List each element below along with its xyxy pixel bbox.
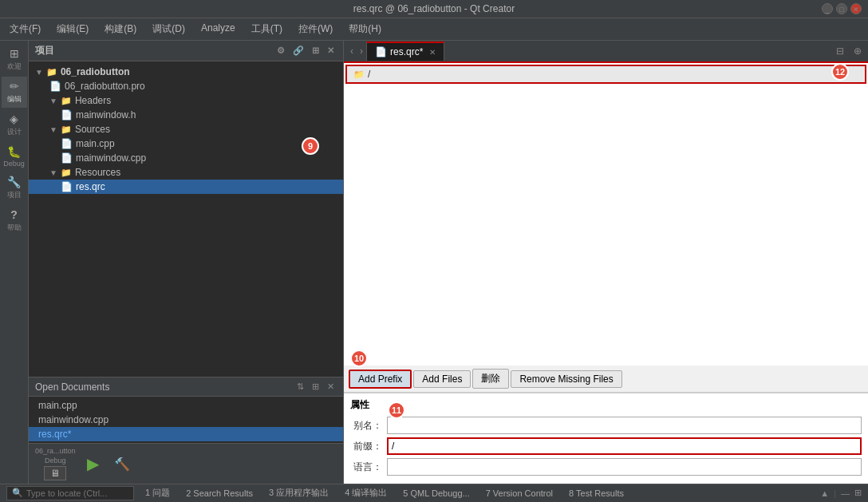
tree-item-headers[interactable]: ▼ 📁 Headers [29,93,343,108]
menu-help[interactable]: 帮助(H) [345,21,385,38]
status-tab-version[interactable]: 7 Version Control [481,487,558,500]
tree-pro-label: 06_radiobutton.pro [65,81,145,92]
status-tab-qml[interactable]: 5 QML Debugg... [398,487,474,500]
close-button[interactable]: ✕ [850,3,862,14]
monitor-icon: 🖥 [50,468,60,479]
sidebar-design-label: 设计 [7,127,22,137]
menu-file[interactable]: 文件(F) [6,21,44,38]
headers-folder-icon: 📁 [61,96,72,106]
alias-input[interactable] [387,417,862,434]
open-doc-mainwindow-cpp[interactable]: mainwindow.cpp [29,413,343,427]
tree-headers-label: Headers [75,95,111,106]
sidebar-item-debug[interactable]: 🐛 Debug [2,142,27,171]
sidebar-item-welcome[interactable]: ⊞ 欢迎 [2,44,27,75]
menu-edit[interactable]: 编辑(E) [53,21,92,38]
bug-icon: 🐛 [8,145,21,158]
run-button[interactable]: ▶ [82,453,105,475]
menu-debug[interactable]: 调试(D) [149,21,188,38]
breadcrumb-bar: 📁 / 12 [345,65,866,84]
tree-item-mainwindow-cpp[interactable]: 📄 mainwindow.cpp [29,151,343,165]
annotation-12: 12 [831,63,849,81]
sources-folder-icon: 📁 [61,125,72,135]
properties-title: 属性 [350,398,862,412]
build-button[interactable]: 🔨 [111,453,133,475]
add-prefix-button[interactable]: Add Prefix [349,370,412,389]
open-docs-list: main.cpp mainwindow.cpp res.qrc* [29,397,343,443]
maximize-button[interactable]: □ [836,3,847,14]
tab-actions: ⊟ ⊕ [833,44,865,58]
resource-tree-area [345,85,866,364]
tab-close-btn[interactable]: ✕ [429,48,436,57]
tab-back-btn[interactable]: ‹ [347,44,357,58]
tree-item-mainwindow-h[interactable]: 📄 mainwindow.h [29,108,343,122]
status-tab-test[interactable]: 8 Test Results [564,487,629,500]
alias-row: 别名： [350,417,862,434]
grid-icon: ⊞ [8,47,21,60]
tab-bar: ‹ › 📄 res.qrc* ✕ ⊟ ⊕ [344,41,868,63]
search-icon: 🔍 [12,488,23,498]
sidebar-item-help[interactable]: ? 帮助 [2,205,27,236]
status-right: ▲ | — ⊞ [820,488,862,498]
tree-item-main-cpp[interactable]: 📄 main.cpp [29,136,343,151]
sidebar-item-edit[interactable]: ✏ 编辑 [2,77,27,108]
menu-tools[interactable]: 工具(T) [248,21,286,38]
title-bar: res.qrc @ 06_radiobutton - Qt Creator _ … [0,0,868,18]
open-docs-panel: Open Documents ⇅ ⊞ ✕ main.cpp mainwindow… [29,377,343,443]
status-minus[interactable]: — [841,488,850,498]
prefix-row: 前缀： [350,437,862,455]
remove-missing-files-button[interactable]: Remove Missing Files [511,370,621,388]
status-tab-app-output[interactable]: 3 应用程序输出 [264,485,333,500]
menu-controls[interactable]: 控件(W) [295,21,336,38]
panel-link-btn[interactable]: 🔗 [290,45,306,57]
header-file-icon: 📄 [61,109,73,121]
sidebar-project-label: 项目 [7,190,22,200]
search-bar: 🔍 [6,486,134,500]
bottom-left-panel: 06_ra...utton Debug 🖥 ▶ 🔨 [29,443,343,484]
resource-content: 📁 / 12 10 Add Prefix Add Files 删除 Remove… [344,63,868,484]
file-tree: 9 ▼ 📁 06_radiobutton 📄 06_radiobutton.pr… [29,61,343,377]
search-input[interactable] [26,488,122,498]
panel-filter-btn[interactable]: ⚙ [274,45,287,57]
prefix-input[interactable] [387,437,862,455]
status-tab-compile[interactable]: 4 编译输出 [340,485,392,500]
open-docs-expand-btn[interactable]: ⊞ [310,381,322,393]
tab-file-icon: 📄 [375,46,387,57]
panel-expand-btn[interactable]: ⊞ [310,45,322,57]
resources-folder-icon: 📁 [61,168,72,178]
tree-item-res-qrc[interactable]: 📄 res.qrc [29,180,343,194]
sidebar-item-project[interactable]: 🔧 项目 [2,172,27,204]
minimize-button[interactable]: _ [822,3,833,14]
open-docs-header: Open Documents ⇅ ⊞ ✕ [29,377,343,397]
tree-item-resources[interactable]: ▼ 📁 Resources [29,165,343,180]
open-doc-res-qrc[interactable]: res.qrc* [29,427,343,441]
tree-item-pro[interactable]: 📄 06_radiobutton.pro [29,79,343,93]
tree-item-root[interactable]: ▼ 📁 06_radiobutton [29,65,343,79]
pro-file-icon: 📄 [49,81,61,92]
open-docs-sort-btn[interactable]: ⇅ [294,381,306,393]
open-doc-main-cpp[interactable]: main.cpp [29,398,343,413]
tab-res-qrc[interactable]: 📄 res.qrc* ✕ [366,42,444,61]
open-docs-close-btn[interactable]: ✕ [325,381,337,393]
edit-icon: ✏ [8,80,21,93]
language-input[interactable] [387,458,862,476]
status-expand[interactable]: ⊞ [854,488,862,498]
panel-close-btn[interactable]: ✕ [325,45,337,57]
tree-resources-label: Resources [75,167,120,178]
delete-button[interactable]: 删除 [472,369,509,389]
menu-build[interactable]: 构建(B) [101,21,140,38]
add-files-button[interactable]: Add Files [413,370,471,388]
status-tab-search[interactable]: 2 Search Results [181,487,258,500]
sidebar-welcome-label: 欢迎 [7,61,22,72]
sidebar-help-label: 帮助 [7,223,22,233]
tab-new-btn[interactable]: ⊕ [850,44,865,58]
status-arrow-up[interactable]: ▲ [820,488,829,498]
device-selector: 06_ra...utton Debug 🖥 [35,447,76,480]
tab-split-btn[interactable]: ⊟ [833,44,847,58]
sidebar-item-design[interactable]: ◈ 设计 [2,109,27,140]
tree-item-sources[interactable]: ▼ 📁 Sources [29,122,343,136]
sidebar-debug-label: Debug [3,160,25,168]
menu-analyze[interactable]: Analyze [198,21,239,38]
status-tab-issues[interactable]: 1 问题 [140,485,175,500]
device-icon: 🖥 [44,466,66,480]
tab-forward-btn[interactable]: › [357,44,366,58]
